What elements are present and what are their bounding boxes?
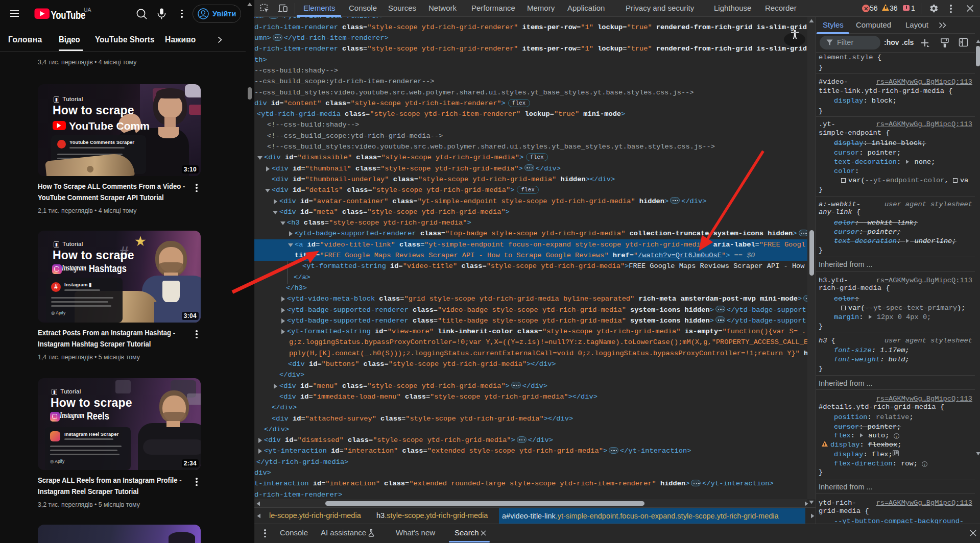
svg-text:UA: UA bbox=[84, 7, 91, 13]
svg-text:YouTube: YouTube bbox=[51, 9, 86, 21]
